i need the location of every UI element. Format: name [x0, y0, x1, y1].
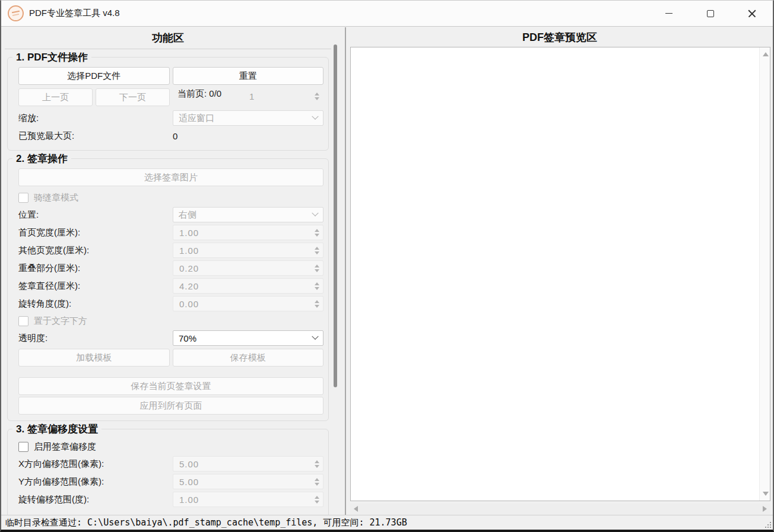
- rotation-angle-label: 旋转角度(度):: [18, 298, 173, 310]
- section-stamp-operations: 2. 签章操作 选择签章图片 骑缝章模式 位置: 右侧 首页宽度(厘米): 1.…: [7, 158, 329, 421]
- maximize-icon: [707, 10, 714, 17]
- overlap-spinner[interactable]: 0.20: [173, 260, 323, 276]
- scroll-up-icon[interactable]: [763, 52, 769, 56]
- pdf-preview-canvas[interactable]: [350, 47, 770, 501]
- rotation-offset-range-value: 1.00: [179, 495, 199, 505]
- close-button[interactable]: [731, 1, 773, 26]
- function-panel-scrollbar[interactable]: [332, 28, 339, 514]
- spinner-up-down-icon[interactable]: [315, 300, 319, 308]
- chevron-down-icon: [312, 210, 318, 216]
- position-select-value: 右侧: [179, 209, 196, 221]
- below-text-checkbox[interactable]: [18, 316, 28, 326]
- spinner-up-down-icon[interactable]: [315, 93, 319, 100]
- select-pdf-button[interactable]: 选择PDF文件: [18, 67, 170, 85]
- reset-button[interactable]: 重置: [173, 67, 324, 85]
- scroll-left-icon[interactable]: [354, 506, 358, 512]
- status-bar: 临时目录检查通过: C:\Users\baiya\.pdf_stamp_cach…: [1, 515, 773, 530]
- section2-title: 2. 签章操作: [12, 152, 71, 165]
- below-text-label: 置于文字下方: [34, 316, 87, 327]
- function-panel: 功能区 1. PDF文件操作 选择PDF文件 重置 上一页 下一页 当前页: 0…: [5, 27, 331, 515]
- preview-panel: PDF签章预览区: [348, 27, 772, 515]
- status-message: 临时目录检查通过: C:\Users\baiya\.pdf_stamp_cach…: [5, 517, 407, 528]
- minimize-button[interactable]: [648, 1, 690, 26]
- app-stamp-icon: [8, 5, 24, 21]
- opacity-select[interactable]: 70%: [173, 330, 323, 346]
- zoom-select[interactable]: 适应窗口: [173, 110, 323, 126]
- straddle-stamp-mode-checkbox[interactable]: [18, 193, 28, 203]
- spinner-up-down-icon[interactable]: [315, 265, 319, 272]
- window-controls: [648, 1, 773, 26]
- apply-to-all-pages-button[interactable]: 应用到所有页面: [18, 397, 323, 415]
- preview-horizontal-scrollbar[interactable]: [350, 504, 770, 514]
- preview-vertical-scrollbar[interactable]: [759, 47, 770, 501]
- preview-panel-title: PDF签章预览区: [348, 27, 772, 47]
- resize-grip[interactable]: [764, 521, 771, 528]
- rotation-offset-range-label: 旋转偏移范围(度):: [18, 494, 173, 505]
- function-panel-title: 功能区: [5, 27, 331, 49]
- zoom-label: 缩放:: [18, 113, 173, 124]
- spinner-up-down-icon[interactable]: [315, 247, 319, 254]
- rotation-offset-range-spinner[interactable]: 1.00: [173, 492, 323, 507]
- other-pages-width-spinner[interactable]: 1.00: [173, 243, 323, 258]
- enable-offset-checkbox[interactable]: [18, 442, 28, 452]
- scroll-right-icon[interactable]: [763, 506, 767, 512]
- overlap-value: 0.20: [179, 263, 199, 273]
- maximize-button[interactable]: [690, 1, 731, 26]
- section3-title: 3. 签章偏移度设置: [12, 422, 101, 436]
- section-stamp-offset-settings: 3. 签章偏移度设置 启用签章偏移度 X方向偏移范围(像素): 5.00 Y方向…: [7, 429, 329, 515]
- spinner-up-down-icon[interactable]: [315, 478, 319, 486]
- app-window: PDF专业签章工具 v4.8 功能区 1. PDF文件操作 选择PDF文件 重置…: [0, 0, 774, 532]
- first-page-width-spinner[interactable]: 1.00: [173, 225, 323, 240]
- straddle-stamp-mode-label: 骑缝章模式: [34, 192, 78, 203]
- chevron-down-icon: [312, 333, 318, 340]
- y-offset-range-label: Y方向偏移范围(像素):: [18, 476, 173, 488]
- minimize-icon: [665, 13, 673, 14]
- select-stamp-image-button[interactable]: 选择签章图片: [18, 168, 323, 186]
- position-select[interactable]: 右侧: [173, 207, 323, 222]
- other-pages-width-value: 1.00: [179, 246, 199, 256]
- y-offset-range-value: 5.00: [179, 477, 199, 487]
- next-page-button[interactable]: 下一页: [96, 88, 170, 106]
- save-current-page-settings-button[interactable]: 保存当前页签章设置: [18, 377, 323, 395]
- max-previewed-page-value: 0: [173, 131, 323, 141]
- first-page-width-label: 首页宽度(厘米):: [18, 227, 173, 238]
- scrollbar-thumb[interactable]: [334, 44, 337, 387]
- current-page-value: 1: [249, 91, 255, 101]
- title-bar: PDF专业签章工具 v4.8: [1, 1, 773, 27]
- zoom-select-value: 适应窗口: [179, 113, 214, 124]
- chevron-down-icon: [312, 113, 318, 120]
- x-offset-range-spinner[interactable]: 5.00: [173, 456, 323, 472]
- scroll-down-icon[interactable]: [763, 492, 769, 496]
- spinner-up-down-icon[interactable]: [315, 496, 319, 504]
- section-pdf-file-operations: 1. PDF文件操作 选择PDF文件 重置 上一页 下一页 当前页: 0/0 1…: [7, 57, 329, 151]
- stamp-diameter-value: 4.20: [179, 281, 199, 291]
- window-title: PDF专业签章工具 v4.8: [29, 8, 120, 19]
- spinner-up-down-icon[interactable]: [315, 282, 319, 290]
- rotation-angle-spinner[interactable]: 0.00: [173, 296, 323, 311]
- x-offset-range-label: X方向偏移范围(像素):: [18, 458, 173, 470]
- opacity-label: 透明度:: [18, 333, 173, 344]
- current-page-label: 当前页: 0/0: [177, 88, 221, 106]
- current-page-spinner[interactable]: 1: [243, 88, 323, 104]
- rotation-angle-value: 0.00: [179, 299, 199, 309]
- spinner-up-down-icon[interactable]: [315, 460, 319, 468]
- opacity-select-value: 70%: [179, 333, 196, 343]
- enable-offset-label: 启用签章偏移度: [34, 441, 96, 453]
- other-pages-width-label: 其他页宽度(厘米):: [18, 245, 173, 256]
- spinner-up-down-icon[interactable]: [315, 229, 319, 237]
- position-label: 位置:: [18, 209, 173, 221]
- prev-page-button[interactable]: 上一页: [18, 88, 93, 106]
- x-offset-range-value: 5.00: [179, 459, 199, 469]
- panel-splitter: [345, 27, 346, 515]
- section1-title: 1. PDF文件操作: [12, 50, 91, 64]
- first-page-width-value: 1.00: [179, 228, 199, 238]
- close-icon: [748, 9, 756, 18]
- stamp-diameter-label: 签章直径(厘米):: [18, 281, 173, 292]
- load-template-button[interactable]: 加载模板: [18, 349, 170, 367]
- save-template-button[interactable]: 保存模板: [173, 349, 324, 367]
- max-previewed-page-label: 已预览最大页:: [18, 130, 173, 142]
- y-offset-range-spinner[interactable]: 5.00: [173, 474, 323, 489]
- overlap-label: 重叠部分(厘米):: [18, 263, 173, 274]
- stamp-diameter-spinner[interactable]: 4.20: [173, 278, 323, 294]
